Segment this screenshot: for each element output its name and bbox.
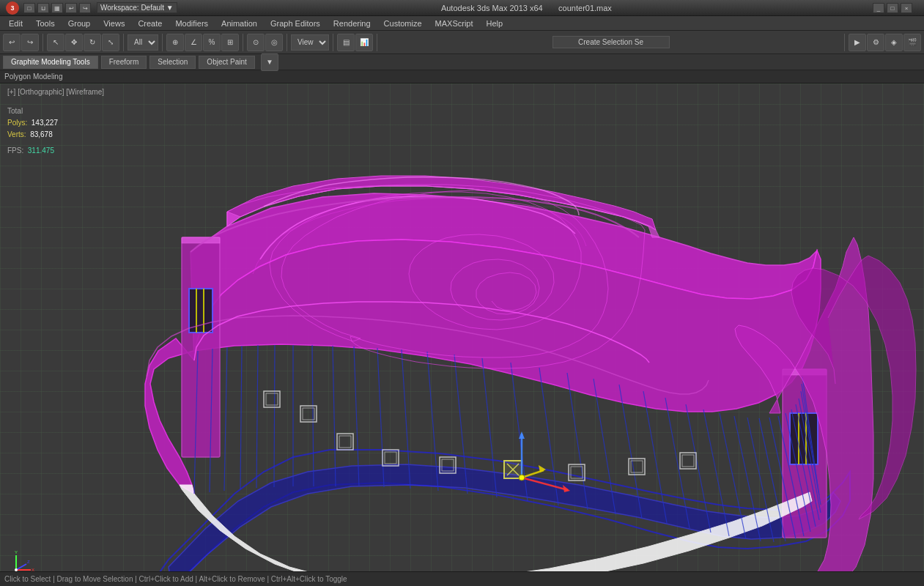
viewport[interactable]: [+] [Orthographic] [Wireframe] Total Pol… [0, 84, 924, 586]
tab-graphite-modeling[interactable]: Graphite Modeling Tools [3, 56, 98, 69]
polys-label: Polys: [7, 119, 27, 127]
graphite-dropdown[interactable]: ▼ [261, 53, 278, 71]
menu-edit[interactable]: Edit [3, 17, 29, 30]
svg-rect-1 [182, 237, 220, 457]
window-system-controls[interactable]: _ □ × [873, 3, 912, 13]
close-btn[interactable]: × [901, 3, 912, 13]
svg-rect-3 [189, 289, 212, 333]
snap-tools: ⊕ ∠ % ⊞ [166, 34, 239, 51]
menu-help[interactable]: Help [481, 17, 509, 30]
move-icon: ✥ [71, 38, 77, 46]
open-btn[interactable]: ⊔ [37, 3, 49, 13]
percent-snap[interactable]: % [203, 34, 221, 51]
menu-modifiers[interactable]: Modifiers [169, 17, 214, 30]
status-bar: Click to Select | Drag to Move Selection… [0, 571, 924, 586]
redo-button[interactable]: ↪ [21, 34, 39, 51]
title-bar: 3 □ ⊔ ▦ ↩ ↪ Workspace: Default ▼ Autodes… [0, 0, 924, 16]
snap-toggle[interactable]: ⊕ [166, 34, 184, 51]
spinner-snap[interactable]: ⊞ [221, 34, 239, 51]
scale-button[interactable]: ⤡ [102, 34, 119, 51]
frame-icon: 🎬 [908, 38, 917, 46]
scale-icon: ⤡ [108, 38, 114, 46]
separator-1 [42, 34, 43, 51]
graph-icon: 📊 [360, 38, 369, 46]
filter-dropdown[interactable]: All [127, 34, 158, 51]
tab-freeform[interactable]: Freeform [101, 56, 147, 69]
select-button[interactable]: ↖ [47, 34, 64, 51]
material-icon: ◈ [891, 38, 897, 46]
menu-create[interactable]: Create [132, 17, 168, 30]
menu-graph-editors[interactable]: Graph Editors [265, 17, 326, 30]
percent-icon: % [209, 38, 215, 46]
spinner-icon: ⊞ [227, 38, 233, 46]
ref-coord[interactable]: ⊙ [247, 34, 265, 51]
render-frame[interactable]: 🎬 [903, 34, 921, 51]
viewport-label: [+] [Orthographic] [Wireframe] [7, 88, 104, 96]
polygon-modeling-label: Polygon Modeling [4, 73, 63, 81]
separator-5 [287, 34, 287, 51]
minimize-btn[interactable]: _ [873, 3, 884, 13]
window-controls[interactable]: □ ⊔ ▦ ↩ ↪ [23, 3, 91, 13]
fps-label: FPS: [7, 146, 23, 155]
render-btn[interactable]: ▶ [849, 34, 866, 51]
misc-tools: ▤ 📊 [337, 34, 373, 51]
undo-button[interactable]: ↩ [3, 34, 21, 51]
svg-rect-2 [182, 237, 220, 243]
new-btn[interactable]: □ [23, 3, 35, 13]
view-dropdown[interactable]: View [291, 34, 329, 51]
redo-icon: ↪ [27, 38, 33, 46]
move-button[interactable]: ✥ [65, 34, 83, 51]
menu-maxscript[interactable]: MAXScript [429, 17, 479, 30]
graphite-bar: Graphite Modeling Tools Freeform Selecti… [0, 54, 924, 70]
fps-value: 311.475 [28, 146, 54, 155]
menu-views[interactable]: Views [97, 17, 130, 30]
rotate-icon: ↻ [89, 38, 95, 46]
svg-point-73 [519, 475, 525, 481]
tab-selection[interactable]: Selection [149, 56, 196, 69]
menu-bar: Edit Tools Group Views Create Modifiers … [0, 16, 924, 31]
separator-3 [162, 34, 163, 51]
save-btn[interactable]: ▦ [51, 3, 63, 13]
pivot-icon: ◎ [271, 38, 278, 46]
ref-icon: ⊙ [253, 38, 259, 46]
selection-set-input[interactable]: Create Selection Se [552, 36, 670, 48]
app-title: Autodesk 3ds Max 2013 x64 counter01.max [180, 4, 873, 12]
polys-value: 143,227 [32, 119, 58, 127]
undo-btn[interactable]: ↩ [65, 3, 77, 13]
redo-btn[interactable]: ↪ [79, 3, 91, 13]
material-editor[interactable]: ◈ [885, 34, 903, 51]
menu-animation[interactable]: Animation [215, 17, 263, 30]
angle-icon: ∠ [191, 38, 197, 46]
render-icon: ▶ [854, 38, 860, 46]
render-setup[interactable]: ⚙ [867, 34, 884, 51]
app-icon: 3 [6, 1, 19, 15]
menu-group[interactable]: Group [62, 17, 97, 30]
render-tools: ⊙ ◎ [247, 34, 283, 51]
maximize-btn[interactable]: □ [887, 3, 898, 13]
graph-editors-btn[interactable]: 📊 [355, 34, 373, 51]
separator-8 [844, 34, 845, 51]
render-setup-icon: ⚙ [873, 38, 879, 46]
rotate-button[interactable]: ↻ [84, 34, 101, 51]
chevron-down-icon: ▼ [266, 58, 273, 66]
status-text: Click to Select | Drag to Move Selection… [4, 575, 347, 583]
menu-customize[interactable]: Customize [378, 17, 428, 30]
separator-7 [377, 34, 377, 51]
undo-icon: ↩ [9, 38, 15, 46]
pivot[interactable]: ◎ [265, 34, 283, 51]
select-icon: ↖ [53, 38, 59, 46]
layer-icon: ▤ [343, 38, 350, 46]
main-toolbar: ↩ ↪ ↖ ✥ ↻ ⤡ All ⊕ ∠ % ⊞ ⊙ ◎ View ▤ 📊 Cre… [0, 31, 924, 54]
menu-rendering[interactable]: Rendering [328, 17, 377, 30]
transform-tools: ↖ ✥ ↻ ⤡ [47, 34, 119, 51]
separator-2 [123, 34, 124, 51]
snap-icon: ⊕ [172, 38, 178, 46]
workspace-selector[interactable]: Workspace: Default ▼ [97, 2, 177, 13]
tab-object-paint[interactable]: Object Paint [199, 56, 254, 69]
menu-tools[interactable]: Tools [30, 17, 61, 30]
model-viewport-svg [0, 84, 924, 586]
angle-snap[interactable]: ∠ [185, 34, 202, 51]
svg-line-78 [16, 564, 26, 570]
verts-label: Verts: [7, 130, 26, 138]
layer-mgr[interactable]: ▤ [337, 34, 355, 51]
